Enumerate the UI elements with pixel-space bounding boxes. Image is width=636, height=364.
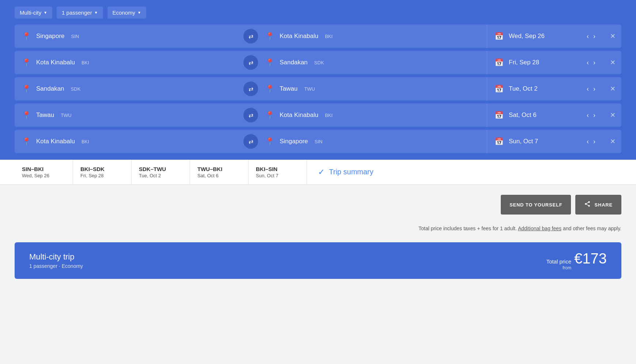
total-price-label: Total price bbox=[546, 258, 571, 265]
price-from-label: from bbox=[546, 265, 571, 271]
passengers-button[interactable]: 1 passenger ▼ bbox=[57, 7, 103, 19]
share-button[interactable]: SHARE bbox=[575, 195, 621, 215]
prev-date-button[interactable]: ‹ bbox=[585, 111, 590, 120]
tab-date: Wed, Sep 26 bbox=[22, 173, 65, 178]
date-nav: ‹ › bbox=[585, 58, 597, 67]
dest-cell[interactable]: 📍 Kota Kinabalu BKI bbox=[258, 103, 487, 127]
calendar-icon: 📅 bbox=[495, 32, 504, 41]
remove-flight-button[interactable]: ✕ bbox=[604, 130, 621, 153]
dest-cell[interactable]: 📍 Sandakan SDK bbox=[258, 51, 487, 74]
location-icon: 📍 bbox=[265, 84, 275, 93]
share-label: SHARE bbox=[594, 202, 613, 208]
tab-date: Sat, Oct 6 bbox=[197, 173, 241, 178]
tab-route: TWU–BKI bbox=[197, 166, 241, 172]
calendar-icon: 📅 bbox=[495, 84, 504, 93]
origin-code: SDK bbox=[71, 86, 81, 92]
remove-flight-button[interactable]: ✕ bbox=[604, 103, 621, 127]
passengers-label: 1 passenger bbox=[62, 10, 92, 16]
origin-cell[interactable]: 📍 Kota Kinabalu BKI bbox=[15, 51, 243, 74]
next-date-button[interactable]: › bbox=[592, 58, 597, 67]
search-header: Multi-city ▼ 1 passenger ▼ Economy ▼ 📍 S… bbox=[0, 0, 636, 160]
swap-button[interactable]: ⇄ bbox=[243, 55, 258, 70]
info-section: Total price includes taxes + fees for 1 … bbox=[0, 218, 636, 242]
cabin-chevron-icon: ▼ bbox=[137, 11, 141, 15]
tab-date: Tue, Oct 2 bbox=[139, 173, 182, 178]
cabin-button[interactable]: Economy ▼ bbox=[107, 7, 146, 19]
origin-city: Sandakan bbox=[36, 85, 64, 92]
summary-label: Trip summary bbox=[329, 168, 373, 176]
tab-twu-bki[interactable]: TWU–BKI Sat, Oct 6 bbox=[190, 160, 249, 184]
date-cell[interactable]: 📅 Wed, Sep 26 ‹ › bbox=[487, 24, 604, 48]
flight-date: Fri, Sep 28 bbox=[509, 59, 580, 66]
remove-flight-button[interactable]: ✕ bbox=[604, 24, 621, 48]
origin-cell[interactable]: 📍 Tawau TWU bbox=[15, 103, 243, 127]
info-text-main: Total price includes taxes + fees for 1 … bbox=[419, 225, 517, 231]
multi-city-label: Multi-city bbox=[20, 10, 41, 16]
swap-button[interactable]: ⇄ bbox=[243, 134, 258, 149]
dest-cell[interactable]: 📍 Singapore SIN bbox=[258, 130, 487, 153]
tab-sdk-twu[interactable]: SDK–TWU Tue, Oct 2 bbox=[132, 160, 190, 184]
dest-cell[interactable]: 📍 Kota Kinabalu BKI bbox=[258, 24, 487, 48]
origin-cell[interactable]: 📍 Kota Kinabalu BKI bbox=[15, 130, 243, 153]
dest-code: SIN bbox=[315, 139, 323, 144]
cabin-label: Economy bbox=[113, 10, 136, 16]
prev-date-button[interactable]: ‹ bbox=[585, 137, 590, 146]
swap-button[interactable]: ⇄ bbox=[243, 81, 258, 96]
swap-button[interactable]: ⇄ bbox=[243, 108, 258, 122]
dest-city: Singapore bbox=[280, 138, 308, 145]
bag-fees-link[interactable]: Additional bag fees bbox=[518, 225, 561, 231]
flight-row: 📍 Singapore SIN ⇄ 📍 Kota Kinabalu BKI 📅 … bbox=[15, 24, 621, 48]
multi-city-button[interactable]: Multi-city ▼ bbox=[15, 7, 52, 19]
tab-bki-sdk[interactable]: BKI–SDK Fri, Sep 28 bbox=[73, 160, 132, 184]
dest-city: Kota Kinabalu bbox=[280, 33, 318, 40]
tab-route: SIN–BKI bbox=[22, 166, 65, 172]
trip-title: Multi-city trip bbox=[29, 252, 83, 262]
next-date-button[interactable]: › bbox=[592, 84, 597, 94]
price-value: €173 bbox=[574, 250, 607, 267]
share-icon bbox=[584, 201, 591, 209]
origin-city: Kota Kinabalu bbox=[36, 138, 75, 145]
calendar-icon: 📅 bbox=[495, 58, 504, 67]
origin-city: Singapore bbox=[36, 33, 65, 40]
origin-cell[interactable]: 📍 Singapore SIN bbox=[15, 24, 243, 48]
pricing-info: Total price includes taxes + fees for 1 … bbox=[419, 225, 621, 231]
prev-date-button[interactable]: ‹ bbox=[585, 84, 590, 94]
date-nav: ‹ › bbox=[585, 32, 597, 41]
date-cell[interactable]: 📅 Sat, Oct 6 ‹ › bbox=[487, 103, 604, 127]
flight-row: 📍 Sandakan SDK ⇄ 📍 Tawau TWU 📅 Tue, Oct … bbox=[15, 77, 621, 101]
location-icon: 📍 bbox=[22, 32, 31, 41]
origin-city: Tawau bbox=[36, 111, 54, 119]
location-icon: 📍 bbox=[22, 111, 31, 120]
tab-route: BKI–SIN bbox=[256, 166, 299, 172]
bottom-price-bar: Multi-city trip 1 passenger · Economy To… bbox=[15, 242, 621, 279]
next-date-button[interactable]: › bbox=[592, 111, 597, 120]
date-cell[interactable]: 📅 Tue, Oct 2 ‹ › bbox=[487, 77, 604, 101]
flight-date: Wed, Sep 26 bbox=[509, 33, 580, 40]
date-nav: ‹ › bbox=[585, 84, 597, 94]
tab-trip-summary[interactable]: ✓ Trip summary bbox=[307, 160, 384, 184]
tabs-bar: SIN–BKI Wed, Sep 26 BKI–SDK Fri, Sep 28 … bbox=[0, 160, 636, 185]
next-date-button[interactable]: › bbox=[592, 137, 597, 146]
date-cell[interactable]: 📅 Fri, Sep 28 ‹ › bbox=[487, 51, 604, 74]
dest-code: TWU bbox=[304, 86, 315, 92]
dest-city: Tawau bbox=[280, 85, 298, 92]
send-to-yourself-button[interactable]: SEND TO YOURSELF bbox=[501, 195, 571, 215]
tab-route: SDK–TWU bbox=[139, 166, 182, 172]
prev-date-button[interactable]: ‹ bbox=[585, 32, 590, 41]
tab-date: Sun, Oct 7 bbox=[256, 173, 299, 178]
next-date-button[interactable]: › bbox=[592, 32, 597, 41]
dest-cell[interactable]: 📍 Tawau TWU bbox=[258, 77, 487, 101]
tab-bki-sin[interactable]: BKI–SIN Sun, Oct 7 bbox=[249, 160, 307, 184]
origin-city: Kota Kinabalu bbox=[36, 59, 75, 66]
date-nav: ‹ › bbox=[585, 111, 597, 120]
date-cell[interactable]: 📅 Sun, Oct 7 ‹ › bbox=[487, 130, 604, 153]
dest-code: BKI bbox=[325, 34, 333, 39]
prev-date-button[interactable]: ‹ bbox=[585, 58, 590, 67]
swap-button[interactable]: ⇄ bbox=[243, 29, 258, 43]
passengers-chevron-icon: ▼ bbox=[94, 11, 98, 15]
remove-flight-button[interactable]: ✕ bbox=[604, 51, 621, 74]
tab-sin-bki[interactable]: SIN–BKI Wed, Sep 26 bbox=[15, 160, 73, 184]
dest-city: Kota Kinabalu bbox=[280, 111, 318, 119]
remove-flight-button[interactable]: ✕ bbox=[604, 77, 621, 101]
origin-cell[interactable]: 📍 Sandakan SDK bbox=[15, 77, 243, 101]
